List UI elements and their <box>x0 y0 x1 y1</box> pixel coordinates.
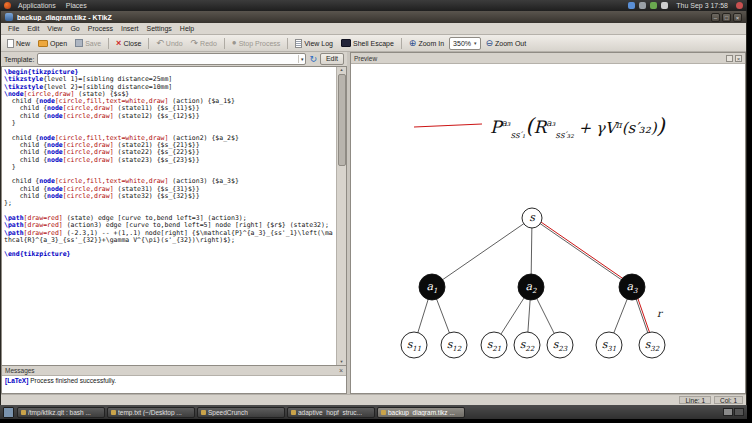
tree-node-s21: s21 <box>481 332 507 358</box>
scrollbar-thumb[interactable] <box>338 74 346 166</box>
task-list: /tmp/ktikz.git : bash ...temp.txt (~/Des… <box>17 407 720 418</box>
tree-node-s31: s31 <box>596 332 622 358</box>
editor-scrollbar[interactable]: ▲ ▼ <box>336 67 346 365</box>
screen: Applications Places Thu Sep 3 17:58 back… <box>0 0 752 423</box>
menu-file[interactable]: File <box>4 23 23 34</box>
tray-battery-icon[interactable] <box>661 2 668 9</box>
messages-text: Process finished successfully. <box>28 377 116 384</box>
code-editor[interactable]: \begin{tikzpicture}\tikzstyle{level 1}=[… <box>1 66 347 365</box>
power-icon[interactable] <box>736 2 743 9</box>
workspace-2[interactable] <box>734 408 744 416</box>
zoomout-button[interactable]: ⊖Zoom Out <box>483 38 530 49</box>
taskbar-item[interactable]: /tmp/ktikz.git : bash ... <box>17 407 105 418</box>
distro-logo-icon[interactable] <box>4 2 11 9</box>
zoom-level-value: 350% <box>453 40 471 47</box>
zoom-level-combobox[interactable]: 350%▾ <box>449 37 480 50</box>
template-label: Template: <box>4 56 34 63</box>
zoomin-button[interactable]: ⊕Zoom In <box>406 38 447 49</box>
menu-help[interactable]: Help <box>176 23 198 34</box>
preview-pane: Preview × Pa₃ss′₁(Ra₃ss′₃₂ + γVπ(s′₃₂)) … <box>350 52 746 394</box>
taskbar-item-icon <box>201 410 206 415</box>
places-menu[interactable]: Places <box>63 0 90 11</box>
close-icon[interactable]: × <box>733 13 742 22</box>
messages-body: [LaTeX] Process finished successfully. <box>2 376 346 393</box>
toolbar: NewOpenSave×Close↶Undo↷Redo●Stop Process… <box>1 35 746 52</box>
taskbar-item[interactable]: SpeedCrunch <box>197 407 285 418</box>
undo-icon: ↶ <box>156 39 164 48</box>
taskbar-item[interactable]: temp.txt (~/Desktop ... <box>107 407 195 418</box>
messages-pane: Messages × [LaTeX] Process finished succ… <box>1 365 347 394</box>
open-button[interactable]: Open <box>35 39 70 48</box>
menu-view[interactable]: View <box>43 23 66 34</box>
template-combobox[interactable]: ▾ <box>37 53 306 65</box>
code-lines[interactable]: \begin{tikzpicture}\tikzstyle{level 1}=[… <box>2 67 336 365</box>
scroll-up-icon[interactable]: ▲ <box>340 67 344 73</box>
template-edit-button[interactable]: Edit <box>320 53 344 65</box>
code-line: \end{tikzpicture} <box>4 251 335 258</box>
code-line: } <box>4 164 335 171</box>
reload-template-icon[interactable]: ↻ <box>309 55 317 64</box>
taskbar-item[interactable]: backup_diagram.tikz ... <box>377 407 465 418</box>
tree-node-s: s <box>522 208 542 228</box>
status-col: Col: 1 <box>714 396 743 404</box>
close-label: Close <box>123 40 141 47</box>
preview-detach-icon[interactable] <box>726 55 733 62</box>
workspace-switcher[interactable] <box>723 408 744 416</box>
tree-edge <box>532 218 632 287</box>
redo-icon: ↷ <box>191 39 199 48</box>
preview-close-icon[interactable]: × <box>735 55 742 62</box>
ktikz-window: backup_diagram.tikz - KTikZ – □ × FileEd… <box>0 11 747 405</box>
shell-icon <box>341 39 351 47</box>
tree-node-s23: s23 <box>547 332 573 358</box>
applications-menu[interactable]: Applications <box>15 0 59 11</box>
stop-label: Stop Process <box>239 40 281 47</box>
menu-settings[interactable]: Settings <box>143 23 176 34</box>
shell-button[interactable]: Shell Escape <box>338 38 397 48</box>
taskbar-item-label: adaptive_hopf_struc... <box>298 409 362 416</box>
stop-button: ●Stop Process <box>229 38 283 48</box>
tray-network-icon[interactable] <box>628 2 635 9</box>
new-button[interactable]: New <box>4 38 33 49</box>
formula-red-line <box>414 124 482 127</box>
open-icon <box>38 40 48 47</box>
new-label: New <box>16 40 30 47</box>
title-bar[interactable]: backup_diagram.tikz - KTikZ – □ × <box>1 11 746 23</box>
red-backup-edge <box>533 217 633 286</box>
save-label: Save <box>85 40 101 47</box>
workspace-1[interactable] <box>723 408 733 416</box>
menu-go[interactable]: Go <box>66 23 83 34</box>
code-line: child {node[circle,draw] (state12) {$s_{… <box>4 113 335 120</box>
redo-button: ↷Redo <box>188 38 220 49</box>
code-line: } <box>4 120 335 127</box>
maximize-icon[interactable]: □ <box>722 13 731 22</box>
menu-edit[interactable]: Edit <box>23 23 43 34</box>
messages-close-icon[interactable]: × <box>339 367 343 375</box>
viewlog-label: View Log <box>304 40 333 47</box>
taskbar-item[interactable]: adaptive_hopf_struc... <box>287 407 375 418</box>
messages-prefix: [LaTeX] <box>5 377 28 384</box>
chevron-down-icon[interactable]: ▾ <box>298 55 306 63</box>
menu-insert[interactable]: Insert <box>117 23 143 34</box>
taskbar-item-icon <box>111 410 116 415</box>
preview-canvas: Pa₃ss′₁(Ra₃ss′₃₂ + γVπ(s′₃₂)) sa1a2a3s11… <box>351 64 745 393</box>
code-line: }; <box>4 200 335 207</box>
clock[interactable]: Thu Sep 3 17:58 <box>676 2 728 9</box>
close-button[interactable]: ×Close <box>113 38 144 49</box>
show-desktop-icon[interactable] <box>3 407 14 418</box>
minimize-icon[interactable]: – <box>711 13 720 22</box>
tray-bluetooth-icon[interactable] <box>639 2 646 9</box>
preview-header: Preview × <box>351 53 745 64</box>
zoomin-icon: ⊕ <box>409 39 417 48</box>
redo-label: Redo <box>200 40 217 47</box>
menu-process[interactable]: Process <box>84 23 117 34</box>
new-icon <box>7 39 14 48</box>
left-column: Template: ▾ ↻ Edit \begin{tikzpicture}\t… <box>1 52 347 394</box>
taskbar-item-label: SpeedCrunch <box>208 409 248 416</box>
code-line: child {node[circle,draw] (state32) {$s_{… <box>4 193 335 200</box>
status-line: Line: 1 <box>679 396 711 404</box>
viewlog-button[interactable]: View Log <box>292 38 336 49</box>
chevron-down-icon[interactable]: ▾ <box>474 40 477 46</box>
status-bar: Line: 1 Col: 1 <box>1 394 746 405</box>
tray-volume-icon[interactable] <box>650 2 657 9</box>
top-panel: Applications Places Thu Sep 3 17:58 <box>0 0 747 11</box>
